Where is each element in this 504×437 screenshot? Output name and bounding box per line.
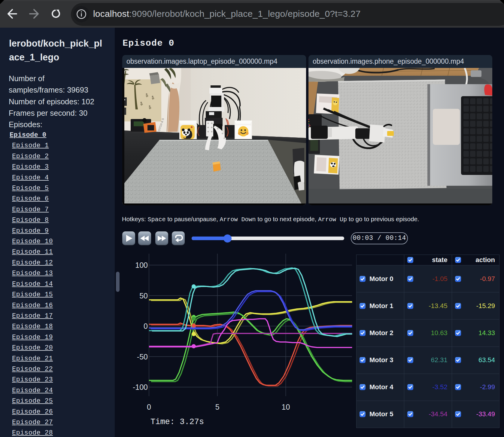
svg-text:0: 0 <box>147 403 151 411</box>
svg-text:0: 0 <box>144 322 148 330</box>
svg-text:5: 5 <box>215 403 220 411</box>
svg-text:-100: -100 <box>133 383 148 391</box>
svg-text:100: 100 <box>135 261 148 269</box>
svg-text:Time: 3.27s: Time: 3.27s <box>150 417 204 426</box>
svg-text:50: 50 <box>139 292 148 300</box>
svg-text:10: 10 <box>281 403 290 411</box>
svg-text:-50: -50 <box>137 353 148 361</box>
